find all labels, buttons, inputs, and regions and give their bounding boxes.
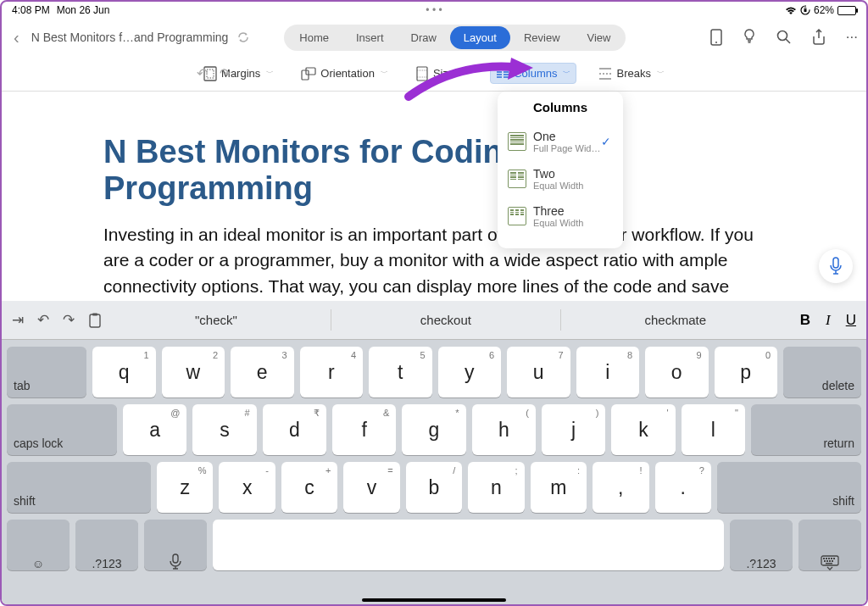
ribbon-size[interactable]: Size ﹀ (410, 63, 473, 85)
tab-view[interactable]: View (574, 26, 625, 49)
key-space[interactable] (213, 520, 724, 570)
key-p[interactable]: 0p (715, 347, 778, 398)
key-n[interactable]: ;n (468, 462, 524, 513)
ribbon-orientation[interactable]: Orientation ﹀ (296, 64, 393, 84)
key-d[interactable]: ₹d (263, 404, 326, 455)
key-delete[interactable]: delete (783, 347, 861, 398)
tab-home[interactable]: Home (286, 26, 342, 49)
key-c[interactable]: +c (281, 462, 337, 513)
key-l[interactable]: "l (682, 404, 745, 455)
svg-rect-32 (824, 560, 826, 562)
key-shift-right[interactable]: shift (717, 462, 861, 513)
key-t[interactable]: 5t (369, 347, 432, 398)
key-v[interactable]: =v (343, 462, 399, 513)
ribbon-columns[interactable]: Columns ﹀ (490, 63, 576, 84)
check-icon: ✓ (601, 135, 611, 148)
indent-icon[interactable]: ⇥ (12, 311, 24, 329)
back-button[interactable]: ‹ (10, 28, 23, 47)
home-indicator[interactable] (362, 598, 506, 602)
suggestion-1[interactable]: "check" (102, 309, 331, 331)
document-area[interactable]: N Best Monitors for Coding and Programmi… (2, 92, 866, 325)
key-u[interactable]: 7u (507, 347, 570, 398)
key-emoji[interactable]: ☺ (7, 520, 70, 570)
battery-icon (837, 6, 856, 15)
dictate-button[interactable] (819, 249, 853, 283)
svg-rect-27 (823, 558, 825, 559)
key-y[interactable]: 6y (438, 347, 502, 398)
key-return[interactable]: return (751, 404, 861, 455)
sync-icon[interactable] (236, 31, 250, 44)
tab-review[interactable]: Review (510, 26, 574, 49)
search-icon[interactable] (776, 30, 792, 45)
key-z[interactable]: %z (157, 462, 213, 513)
key-,[interactable]: !, (593, 462, 648, 513)
svg-rect-23 (90, 314, 100, 327)
columns-option-three[interactable]: ThreeEqual Width (503, 197, 618, 235)
columns-option-two[interactable]: TwoEqual Width (503, 160, 618, 197)
key-f[interactable]: &f (332, 404, 396, 455)
chevron-down-icon: ﹀ (460, 68, 468, 79)
key-numbers-left[interactable]: .?123 (75, 520, 138, 570)
lightbulb-icon[interactable] (743, 29, 756, 46)
svg-rect-22 (833, 258, 838, 268)
key-x[interactable]: -x (219, 462, 275, 513)
redo-icon[interactable]: ↷ (220, 65, 231, 81)
svg-rect-36 (826, 563, 832, 564)
key-g[interactable]: *g (402, 404, 465, 455)
document-heading: N Best Monitors for Coding and Programmi… (103, 134, 765, 207)
redo-icon[interactable]: ↷ (63, 311, 75, 329)
tab-insert[interactable]: Insert (342, 26, 398, 49)
chevron-down-icon: ﹀ (563, 68, 570, 79)
columns-option-one[interactable]: OneFull Page Wid… ✓ (503, 123, 618, 160)
option-sublabel: Equal Width (533, 218, 583, 228)
tab-draw[interactable]: Draw (398, 26, 450, 49)
key-hide-keyboard[interactable] (798, 520, 861, 570)
key-capslock[interactable]: caps lock (7, 404, 117, 455)
undo-icon[interactable]: ↶ (197, 65, 208, 81)
three-column-icon (508, 207, 526, 225)
ribbon-breaks-label: Breaks (616, 67, 650, 80)
key-numbers-right[interactable]: .?123 (730, 520, 793, 570)
key-.[interactable]: ?. (655, 462, 711, 513)
key-h[interactable]: (h (472, 404, 536, 455)
underline-button[interactable]: U (846, 312, 856, 329)
suggestion-2[interactable]: checkout (331, 309, 560, 331)
key-w[interactable]: 2w (162, 347, 225, 398)
one-column-icon (508, 132, 526, 151)
ribbon-breaks[interactable]: Breaks ﹀ (593, 64, 669, 84)
key-k[interactable]: 'k (611, 404, 675, 455)
ribbon-size-label: Size (433, 67, 454, 80)
tab-layout[interactable]: Layout (450, 26, 510, 49)
size-icon (415, 66, 429, 81)
key-r[interactable]: 4r (300, 347, 364, 398)
svg-point-3 (715, 42, 717, 43)
italic-button[interactable]: I (826, 312, 831, 329)
key-i[interactable]: 8i (576, 347, 640, 398)
svg-rect-10 (417, 67, 427, 81)
ribbon-columns-label: Columns (514, 67, 557, 80)
key-b[interactable]: /b (406, 462, 462, 513)
key-tab[interactable]: tab (7, 347, 86, 398)
key-shift-left[interactable]: shift (7, 462, 151, 513)
key-q[interactable]: 1q (92, 347, 156, 398)
phone-icon[interactable] (710, 29, 722, 46)
clipboard-icon[interactable] (88, 313, 102, 328)
key-a[interactable]: @a (123, 404, 186, 455)
share-icon[interactable] (812, 29, 826, 46)
key-o[interactable]: 9o (645, 347, 709, 398)
key-e[interactable]: 3e (231, 347, 294, 398)
document-title[interactable]: N Best Monitors f…and Programming (31, 31, 229, 44)
key-m[interactable]: :m (531, 462, 587, 513)
grab-handle-icon[interactable]: • • • (426, 4, 442, 16)
suggestion-3[interactable]: checkmate (560, 309, 790, 331)
status-date: Mon 26 Jun (57, 4, 110, 16)
key-s[interactable]: #s (192, 404, 256, 455)
status-bar: 4:08 PM Mon 26 Jun • • • 62% (2, 2, 866, 19)
svg-rect-1 (804, 9, 806, 13)
bold-button[interactable]: B (800, 312, 810, 329)
svg-rect-24 (92, 313, 97, 315)
more-icon[interactable]: ··· (846, 29, 858, 46)
undo-icon[interactable]: ↶ (37, 311, 49, 329)
key-j[interactable]: )j (542, 404, 605, 455)
key-mic[interactable] (144, 520, 207, 570)
